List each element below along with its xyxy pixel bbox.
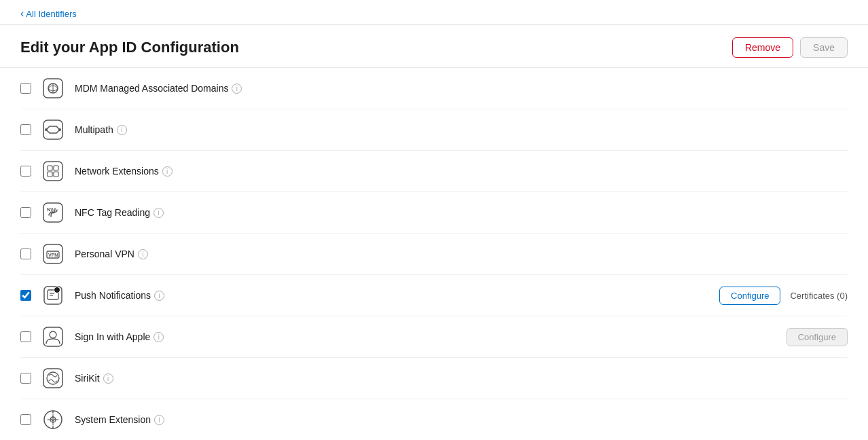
save-button[interactable]: Save bbox=[800, 37, 848, 58]
table-row: Multipath i bbox=[20, 109, 848, 151]
top-bar: All Identifiers bbox=[0, 0, 868, 25]
table-row: MDM Managed Associated Domains i bbox=[20, 68, 848, 109]
system-extension-info-icon[interactable]: i bbox=[154, 415, 164, 425]
svg-point-25 bbox=[47, 372, 59, 384]
sirikit-icon bbox=[41, 366, 65, 390]
table-row: Network Extensions i bbox=[20, 151, 848, 192]
table-row: VPN Personal VPN i bbox=[20, 234, 848, 275]
system-extension-checkbox[interactable] bbox=[20, 414, 31, 425]
push-notifications-certificates: Certificates (0) bbox=[790, 291, 848, 301]
multipath-label: Multipath i bbox=[75, 124, 848, 135]
sign-in-apple-icon bbox=[41, 325, 65, 349]
svg-point-4 bbox=[45, 128, 48, 131]
multipath-info-icon[interactable]: i bbox=[117, 125, 127, 135]
push-notifications-label: Push Notifications i bbox=[75, 290, 710, 301]
system-extension-label: System Extension i bbox=[75, 414, 848, 425]
push-notifications-info-icon[interactable]: i bbox=[154, 291, 164, 301]
table-row: Sign In with Apple i Configure bbox=[20, 316, 848, 358]
svg-rect-9 bbox=[48, 172, 52, 177]
back-link[interactable]: All Identifiers bbox=[20, 8, 77, 19]
table-row: System Extension i bbox=[20, 399, 848, 440]
push-notifications-row: Push Notifications i Configure Certifica… bbox=[20, 275, 848, 316]
mdm-label: MDM Managed Associated Domains i bbox=[75, 83, 848, 94]
push-notifications-checkbox[interactable] bbox=[20, 290, 31, 301]
nfc-icon: N)) bbox=[41, 200, 65, 225]
table-row: N)) NFC Tag Reading i bbox=[20, 192, 848, 234]
sign-in-apple-info-icon[interactable]: i bbox=[153, 332, 164, 342]
svg-rect-7 bbox=[48, 166, 52, 170]
sign-in-apple-actions: Configure bbox=[786, 328, 848, 346]
page-title: Edit your App ID Configuration bbox=[20, 39, 239, 56]
svg-point-19 bbox=[54, 287, 60, 293]
svg-point-23 bbox=[50, 331, 56, 338]
mdm-managed-checkbox[interactable] bbox=[20, 83, 31, 94]
push-notifications-actions: Configure Certificates (0) bbox=[719, 287, 848, 305]
system-extension-icon bbox=[41, 407, 65, 432]
svg-rect-10 bbox=[54, 172, 58, 177]
svg-rect-6 bbox=[43, 162, 62, 181]
network-extensions-icon bbox=[41, 159, 65, 183]
push-notifications-icon bbox=[41, 283, 65, 308]
svg-rect-24 bbox=[43, 369, 62, 388]
sign-in-apple-checkbox[interactable] bbox=[20, 331, 31, 342]
nfc-label: NFC Tag Reading i bbox=[75, 207, 848, 218]
mdm-icon bbox=[41, 76, 65, 100]
header-buttons: Remove Save bbox=[732, 37, 848, 58]
svg-text:N)): N)) bbox=[47, 207, 54, 213]
mdm-info-icon[interactable]: i bbox=[232, 84, 242, 94]
sirikit-checkbox[interactable] bbox=[20, 373, 31, 384]
sign-in-apple-label: Sign In with Apple i bbox=[75, 331, 777, 342]
network-extensions-info-icon[interactable]: i bbox=[162, 166, 173, 177]
svg-text:VPN: VPN bbox=[48, 253, 58, 257]
personal-vpn-info-icon[interactable]: i bbox=[138, 249, 148, 259]
capabilities-list: MDM Managed Associated Domains i Multipa… bbox=[0, 68, 868, 440]
personal-vpn-label: Personal VPN i bbox=[75, 249, 848, 259]
table-row: SiriKit i bbox=[20, 358, 848, 399]
personal-vpn-checkbox[interactable] bbox=[20, 249, 31, 259]
remove-button[interactable]: Remove bbox=[732, 37, 793, 58]
sign-in-apple-configure-button: Configure bbox=[786, 328, 848, 346]
svg-rect-8 bbox=[54, 166, 58, 170]
network-extensions-label: Network Extensions i bbox=[75, 166, 848, 177]
nfc-checkbox[interactable] bbox=[20, 207, 31, 218]
app-id-config-page: All Identifiers Edit your App ID Configu… bbox=[0, 0, 868, 440]
page-header: Edit your App ID Configuration Remove Sa… bbox=[0, 25, 868, 68]
nfc-info-icon[interactable]: i bbox=[153, 208, 164, 218]
sirikit-label: SiriKit i bbox=[75, 373, 848, 384]
multipath-icon bbox=[41, 117, 65, 142]
push-notifications-configure-button[interactable]: Configure bbox=[719, 287, 780, 305]
personal-vpn-icon: VPN bbox=[41, 242, 65, 266]
svg-point-5 bbox=[58, 128, 61, 131]
sirikit-info-icon[interactable]: i bbox=[103, 373, 113, 384]
network-extensions-checkbox[interactable] bbox=[20, 166, 31, 177]
multipath-checkbox[interactable] bbox=[20, 124, 31, 135]
